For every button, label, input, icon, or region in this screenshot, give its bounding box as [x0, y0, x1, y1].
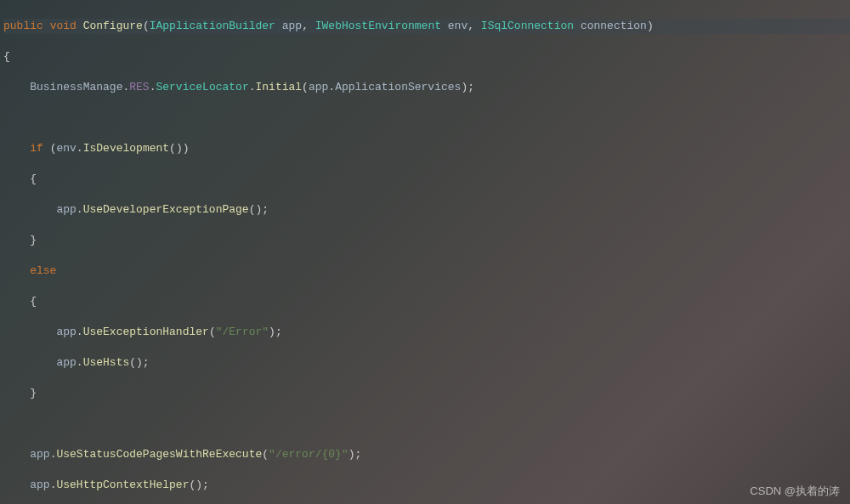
code-line: app.UseDeveloperExceptionPage(); — [3, 202, 850, 218]
code-line: { — [3, 49, 850, 65]
code-line: } — [3, 386, 850, 401]
code-line: app.UseExceptionHandler("/Error"); — [3, 325, 850, 340]
code-line: app.UseHsts(); — [3, 355, 850, 371]
code-line: else — [3, 263, 850, 279]
code-line: { — [3, 172, 850, 187]
code-line: app.UseHttpContextHelper(); — [3, 478, 850, 493]
code-editor[interactable]: public void Configure(IApplicationBuilde… — [0, 0, 850, 504]
code-line — [3, 416, 850, 432]
code-line — [3, 110, 850, 126]
code-line: } — [3, 233, 850, 248]
code-line: if (env.IsDevelopment()) — [3, 141, 850, 156]
code-line: { — [3, 294, 850, 309]
code-line: app.UseStatusCodePagesWithReExecute("/er… — [3, 447, 850, 462]
code-line: BusinessManage.RES.ServiceLocator.Initia… — [3, 80, 850, 95]
code-line: public void Configure(IApplicationBuilde… — [3, 19, 850, 34]
